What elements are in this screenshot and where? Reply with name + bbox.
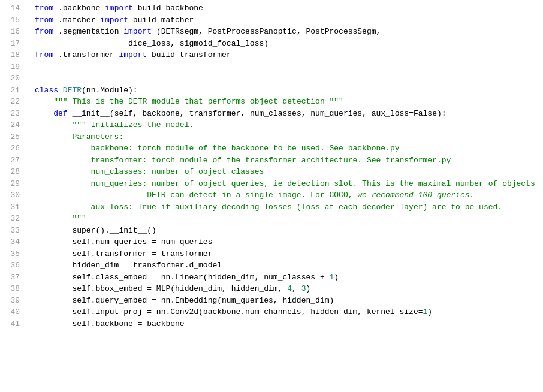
- code-line: [35, 61, 543, 73]
- line-number: 29: [5, 178, 20, 190]
- code-line: """ Initializes the model.: [35, 119, 543, 131]
- code-line: from .matcher import build_matcher: [35, 14, 543, 26]
- code-line: DETR can detect in a single image. For C…: [35, 189, 543, 201]
- line-number: 37: [5, 272, 20, 284]
- code-line: from .segmentation import (DETRsegm, Pos…: [35, 26, 543, 38]
- code-line: self.input_proj = nn.Conv2d(backbone.num…: [35, 306, 543, 318]
- line-number: 19: [5, 61, 20, 73]
- code-line: aux_loss: True if auxiliary decoding los…: [35, 201, 543, 213]
- line-number: 20: [5, 73, 20, 85]
- line-number: 38: [5, 283, 20, 295]
- code-editor: 1415161718192021222324252627282930313233…: [0, 0, 543, 392]
- code-line: def __init__(self, backbone, transformer…: [35, 108, 543, 120]
- code-line: self.num_queries = num_queries: [35, 236, 543, 248]
- line-number: 31: [5, 201, 20, 213]
- code-line: dice_loss, sigmoid_focal_loss): [35, 38, 543, 50]
- line-number: 15: [5, 14, 20, 26]
- code-line: [35, 73, 543, 85]
- line-number: 41: [5, 318, 20, 330]
- code-line: Parameters:: [35, 131, 543, 143]
- line-number: 26: [5, 143, 20, 155]
- code-line: backbone: torch module of the backbone t…: [35, 143, 543, 155]
- line-number: 39: [5, 295, 20, 307]
- code-content[interactable]: from .backbone import build_backbonefrom…: [25, 0, 543, 392]
- line-number: 28: [5, 166, 20, 178]
- code-line: hidden_dim = transformer.d_model: [35, 260, 543, 272]
- line-number: 32: [5, 213, 20, 225]
- line-numbers: 1415161718192021222324252627282930313233…: [0, 0, 25, 392]
- code-line: self.transformer = transformer: [35, 248, 543, 260]
- line-number: 17: [5, 38, 20, 50]
- line-number: 16: [5, 26, 20, 38]
- code-line: transformer: torch module of the transfo…: [35, 155, 543, 167]
- code-line: num_classes: number of object classes: [35, 166, 543, 178]
- line-number: 36: [5, 260, 20, 272]
- line-number: 24: [5, 119, 20, 131]
- line-number: 18: [5, 49, 20, 61]
- code-line: self.backbone = backbone: [35, 318, 543, 330]
- code-line: self.class_embed = nn.Linear(hidden_dim,…: [35, 272, 543, 284]
- line-number: 23: [5, 108, 20, 120]
- line-number: 27: [5, 155, 20, 167]
- line-number: 34: [5, 236, 20, 248]
- code-line: class DETR(nn.Module):: [35, 85, 543, 97]
- line-number: 30: [5, 189, 20, 201]
- line-number: 22: [5, 96, 20, 108]
- line-number: 14: [5, 2, 20, 14]
- line-number: 25: [5, 131, 20, 143]
- code-line: """: [35, 213, 543, 225]
- line-number: 40: [5, 306, 20, 318]
- line-number: 33: [5, 225, 20, 237]
- code-line: num_queries: number of object queries, i…: [35, 178, 543, 190]
- code-line: """ This is the DETR module that perform…: [35, 96, 543, 108]
- line-number: 35: [5, 248, 20, 260]
- code-line: self.query_embed = nn.Embedding(num_quer…: [35, 295, 543, 307]
- code-line: self.bbox_embed = MLP(hidden_dim, hidden…: [35, 283, 543, 295]
- code-line: super().__init__(): [35, 225, 543, 237]
- line-number: 21: [5, 85, 20, 97]
- code-line: from .backbone import build_backbone: [35, 2, 543, 14]
- code-line: from .transformer import build_transform…: [35, 49, 543, 61]
